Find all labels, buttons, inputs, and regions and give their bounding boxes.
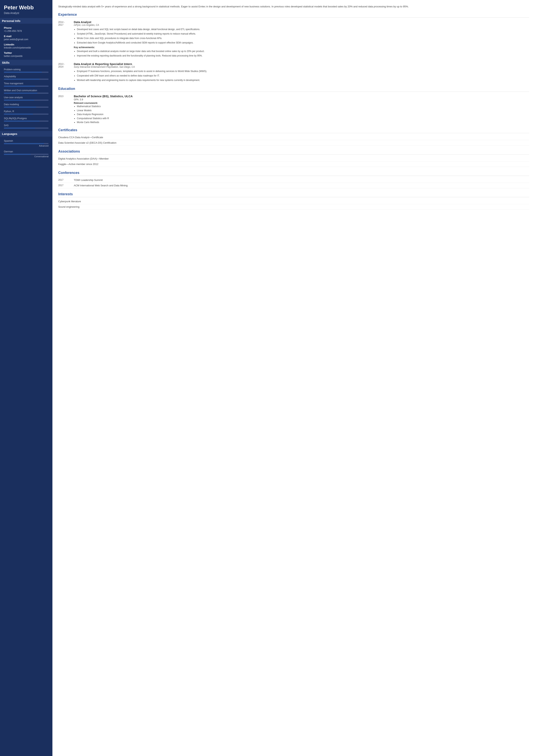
coursework-item: Data Analysis Regression [77,112,529,116]
conference-name: TDWI Leadership Summit [74,179,103,182]
field-label: Twitter [4,51,48,54]
exp-content: Data AnalystmPyre, Los Angeles, CADevelo… [74,20,529,58]
conference-item: 2017TDWI Leadership Summit [58,179,529,183]
skill-bar-bg [4,106,48,108]
skill-label: Python, R [4,110,48,113]
language-bar-bg [4,154,48,155]
field-value: +1-299-456-7878 [4,30,48,32]
key-achievements-label: Key achievements: [74,46,529,49]
skill-item: Data modeling [4,103,48,108]
language-name: Spanish [4,139,48,142]
certificates-title: Certificates [58,128,529,133]
skill-item: Adaptability [4,75,48,80]
edu-coursework-list: Mathematical StatisticsLinear ModelsData… [74,104,529,124]
language-item: GermanConversational [4,150,48,157]
exp-bullets: Developed test cases and SQL test script… [74,28,529,45]
personal-info-header: Personal Info [0,18,52,24]
association-item: Kaggle—Active member since 2012 [58,163,529,167]
education-item: 2013Bachelor of Science (BS), Statistics… [58,95,529,124]
education-section: Education 2013Bachelor of Science (BS), … [58,87,529,124]
personal-info-fields: Phone+1-299-456-7878E-mailpeter.webb@gma… [4,26,48,57]
personal-info-field: Twittertwitter.com/pwebb [4,51,48,57]
field-label: Phone [4,26,48,29]
skill-bar-bg [4,79,48,80]
skill-item: Time management [4,82,48,87]
skill-bar-bg [4,114,48,115]
sidebar-title: Data Analyst [4,12,48,14]
skill-bar-bg [4,93,48,94]
skill-bar-bg [4,121,48,122]
skill-bar-fill [4,127,35,129]
certificate-item: Data Scientist Associate v2 (DECA-DS) Ce… [58,141,529,146]
exp-job-title: Data Analyst & Reporting Specialist Inte… [74,62,529,66]
exp-job-title: Data Analyst [74,20,529,24]
skill-bar-fill [4,114,33,115]
skill-bar-fill [4,99,34,101]
skill-item: SQL/MySQL/Postgres [4,117,48,122]
skill-bar-fill [4,79,40,80]
exp-bullet: Extracted data from Google Analytics/AdW… [77,41,529,45]
edu-content: Bachelor of Science (BS), Statistics, UL… [74,95,529,124]
conferences-section: Conferences 2017TDWI Leadership Summit20… [58,171,529,188]
experience-item: 2013 -2014Data Analyst & Reporting Speci… [58,62,529,83]
exp-date: 2014 -2017 [58,20,74,58]
conference-year: 2017 [58,184,74,187]
skill-label: SQL/MySQL/Postgres [4,117,48,120]
language-bar-fill [4,154,31,155]
interest-item: Cyberpunk literature [58,200,529,204]
sidebar-name: Peter Webb [4,5,48,11]
skills-list: Problem-solvingAdaptabilityTime manageme… [4,68,48,129]
skill-bar-bg [4,71,48,73]
certificates-section: Certificates Cloudera CCA Data Analyst—C… [58,128,529,146]
conferences-list: 2017TDWI Leadership Summit2017ACM Intern… [58,179,529,188]
certificates-list: Cloudera CCA Data Analyst—CertificateDat… [58,136,529,146]
summary-text: Strategically-minded data analyst with 5… [58,5,529,9]
skill-bar-fill [4,93,38,94]
association-item: Digital Analytics Association (DAA)—Memb… [58,157,529,161]
coursework-item: Mathematical Statistics [77,104,529,108]
field-value: linkedin.com/in/peterwebb [4,46,48,49]
skill-label: Adaptability [4,75,48,78]
field-value: twitter.com/pwebb [4,55,48,57]
exp-bullet: Wrote Cron Jobs and SQL procedures to in… [77,37,529,40]
skill-bar-bg [4,99,48,101]
skill-item: Written and Oral communication [4,89,48,94]
skill-label: Written and Oral communication [4,89,48,92]
field-label: LinkedIn [4,43,48,46]
language-bar-bg [4,143,48,144]
skill-bar-fill [4,121,40,122]
skill-label: Problem-solving [4,68,48,71]
skill-bar-fill [4,71,42,73]
skill-item: Python, R [4,110,48,115]
skill-item: SAS [4,124,48,129]
exp-bullet: Employed IT business functions, processe… [77,70,529,73]
exp-bullets: Employed IT business functions, processe… [74,70,529,82]
education-list: 2013Bachelor of Science (BS), Statistics… [58,95,529,124]
education-title: Education [58,87,529,92]
interest-item: Sound engineering [58,205,529,210]
exp-bullet: Scripted (HTML, JavaScript, Stored Proce… [77,32,529,36]
language-level: Advanced [4,145,48,147]
experience-title: Experience [58,13,529,18]
certificate-item: Cloudera CCA Data Analyst—Certificate [58,136,529,140]
exp-company: Sony Interactive Entertainment PlayStati… [74,66,529,68]
main-content: Strategically-minded data analyst with 5… [52,0,535,756]
skill-bar-fill [4,86,35,87]
field-value: peter.webb@gmail.com [4,38,48,41]
skill-label: Data modeling [4,103,48,106]
experience-section: Experience 2014 -2017Data AnalystmPyre, … [58,13,529,83]
conferences-title: Conferences [58,171,529,176]
languages-list: SpanishAdvancedGermanConversational [4,139,48,157]
languages-header: Languages [0,131,52,137]
exp-date: 2013 -2014 [58,62,74,83]
experience-item: 2014 -2017Data AnalystmPyre, Los Angeles… [58,20,529,58]
language-bar-fill [4,143,44,144]
exp-bullet: Worked with leadership and engineering t… [77,78,529,82]
language-item: SpanishAdvanced [4,139,48,147]
skill-item: Problem-solving [4,68,48,73]
associations-list: Digital Analytics Association (DAA)—Memb… [58,157,529,167]
achievement-bullet: Developed and built a statistical analys… [77,49,529,53]
coursework-item: Linear Models [77,108,529,112]
skill-label: SAS [4,124,48,127]
skill-label: Time management [4,82,48,85]
